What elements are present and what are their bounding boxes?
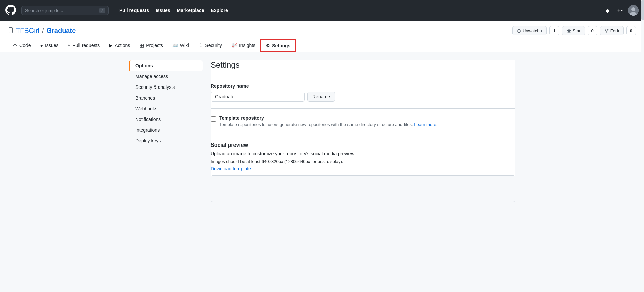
- pull-requests-icon: ⑂: [68, 43, 70, 48]
- tab-settings-label: Settings: [272, 43, 290, 48]
- projects-icon: ▦: [140, 43, 144, 48]
- settings-page-title: Settings: [211, 60, 515, 75]
- unwatch-button[interactable]: Unwatch ▾: [512, 26, 547, 35]
- sidebar-item-options[interactable]: Options: [129, 60, 203, 71]
- settings-page-content: Settings Repository name Rename Template…: [211, 60, 515, 202]
- tab-security[interactable]: 🛡 Security: [194, 39, 227, 52]
- repo-title-row: TFBGirl / Graduate Unwatch ▾ 1 Star 0 Fo…: [8, 26, 636, 39]
- template-repo-desc: Template repositories let users generate…: [219, 122, 437, 127]
- sidebar-security-analysis-label: Security & analysis: [135, 84, 175, 90]
- security-icon: 🛡: [198, 43, 203, 48]
- template-repo-row: Template repository Template repositorie…: [211, 115, 515, 127]
- main-content: Options Manage access Security & analysi…: [121, 52, 523, 210]
- template-repo-info: Template repository Template repositorie…: [219, 115, 437, 127]
- tab-security-label: Security: [205, 43, 222, 48]
- social-img-note: Images should be at least 640×320px (128…: [211, 159, 515, 164]
- download-template-link[interactable]: Download template: [211, 166, 251, 171]
- sidebar-item-notifications[interactable]: Notifications: [129, 114, 203, 125]
- sidebar-item-webhooks[interactable]: Webhooks: [129, 103, 203, 114]
- tab-actions-label: Actions: [115, 43, 130, 48]
- social-preview-desc: Upload an image to customize your reposi…: [211, 151, 515, 156]
- fork-button[interactable]: Fork: [600, 26, 624, 35]
- sidebar-deploy-keys-label: Deploy keys: [135, 138, 161, 143]
- sidebar-item-deploy-keys[interactable]: Deploy keys: [129, 135, 203, 146]
- learn-more-link[interactable]: Learn more.: [414, 122, 437, 127]
- tab-code[interactable]: <> Code: [8, 39, 35, 52]
- social-upload-box[interactable]: [211, 175, 515, 202]
- sidebar-manage-access-label: Manage access: [135, 74, 168, 79]
- scrollbar-thumb[interactable]: [641, 0, 644, 20]
- repo-name-link[interactable]: Graduate: [46, 27, 76, 35]
- sidebar-notifications-label: Notifications: [135, 117, 161, 122]
- sidebar-item-manage-access[interactable]: Manage access: [129, 71, 203, 82]
- user-avatar-dropdown[interactable]: [628, 5, 639, 16]
- search-placeholder: Search or jump to...: [25, 8, 97, 13]
- repo-name-label: Repository name: [211, 83, 515, 89]
- fork-count: 0: [626, 26, 636, 35]
- search-box[interactable]: Search or jump to... /: [21, 6, 109, 15]
- fork-label: Fork: [610, 28, 619, 33]
- repo-actions: Unwatch ▾ 1 Star 0 Fork 0: [512, 26, 636, 35]
- tab-projects[interactable]: ▦ Projects: [135, 39, 168, 52]
- sidebar-item-branches[interactable]: Branches: [129, 93, 203, 103]
- wiki-icon: 📖: [172, 43, 178, 48]
- sidebar-item-security-analysis[interactable]: Security & analysis: [129, 82, 203, 93]
- divider-2: [211, 134, 515, 134]
- actions-icon: ▶: [109, 43, 113, 48]
- repo-title: TFBGirl / Graduate: [8, 27, 76, 35]
- tab-wiki-label: Wiki: [180, 43, 189, 48]
- code-icon: <>: [13, 43, 17, 48]
- star-button[interactable]: Star: [562, 26, 585, 35]
- sidebar-webhooks-label: Webhooks: [135, 106, 157, 111]
- topnav-right: + ▾: [604, 5, 639, 16]
- tab-pull-requests-label: Pull requests: [72, 43, 100, 48]
- settings-icon: ⚙: [266, 43, 270, 48]
- topnav-explore[interactable]: Explore: [208, 6, 230, 15]
- scrollbar[interactable]: [641, 0, 644, 210]
- search-kbd: /: [99, 8, 105, 13]
- star-label: Star: [573, 28, 581, 33]
- divider-1: [211, 108, 515, 109]
- issues-icon: ●: [40, 43, 43, 48]
- tab-issues-label: Issues: [45, 43, 58, 48]
- repo-name-input[interactable]: [211, 92, 305, 102]
- social-preview-title: Social preview: [211, 142, 515, 148]
- topnav-pull-requests[interactable]: Pull requests: [117, 6, 152, 15]
- sidebar-integrations-label: Integrations: [135, 127, 160, 133]
- repo-icon: [8, 27, 13, 35]
- sidebar-item-integrations[interactable]: Integrations: [129, 125, 203, 135]
- template-repo-label: Template repository: [219, 115, 437, 121]
- settings-sidebar: Options Manage access Security & analysi…: [129, 60, 203, 202]
- topnav-issues[interactable]: Issues: [153, 6, 173, 15]
- repo-owner-link[interactable]: TFBGirl: [16, 27, 39, 35]
- tab-wiki[interactable]: 📖 Wiki: [168, 39, 194, 52]
- notifications-bell-button[interactable]: [604, 6, 612, 14]
- unwatch-label: Unwatch: [523, 28, 540, 33]
- tab-issues[interactable]: ● Issues: [35, 39, 63, 52]
- tab-pull-requests[interactable]: ⑂ Pull requests: [63, 39, 104, 52]
- insights-icon: 📈: [231, 43, 237, 48]
- topnav-marketplace[interactable]: Marketplace: [174, 6, 207, 15]
- tab-settings[interactable]: ⚙ Settings: [260, 39, 296, 52]
- github-logo[interactable]: [5, 5, 16, 16]
- tab-insights-label: Insights: [239, 43, 255, 48]
- plus-icon: +: [617, 7, 620, 13]
- sidebar-options-label: Options: [135, 63, 153, 68]
- tab-code-label: Code: [19, 43, 31, 48]
- repo-tabs: <> Code ● Issues ⑂ Pull requests ▶ Actio…: [8, 39, 636, 52]
- topnav: Search or jump to... / Pull requests Iss…: [0, 0, 644, 21]
- new-dropdown-button[interactable]: + ▾: [616, 6, 624, 15]
- tab-projects-label: Projects: [146, 43, 163, 48]
- svg-point-1: [631, 7, 635, 11]
- template-repo-checkbox[interactable]: [211, 116, 216, 122]
- chevron-down-icon: ▾: [621, 9, 623, 12]
- unwatch-count: 1: [549, 26, 559, 35]
- repo-separator: /: [42, 27, 44, 35]
- star-count: 0: [588, 26, 597, 35]
- chevron-down-icon: ▾: [541, 29, 542, 33]
- repo-name-row: Rename: [211, 92, 515, 102]
- tab-insights[interactable]: 📈 Insights: [227, 39, 260, 52]
- sidebar-branches-label: Branches: [135, 95, 155, 101]
- rename-button[interactable]: Rename: [307, 92, 335, 102]
- tab-actions[interactable]: ▶ Actions: [104, 39, 135, 52]
